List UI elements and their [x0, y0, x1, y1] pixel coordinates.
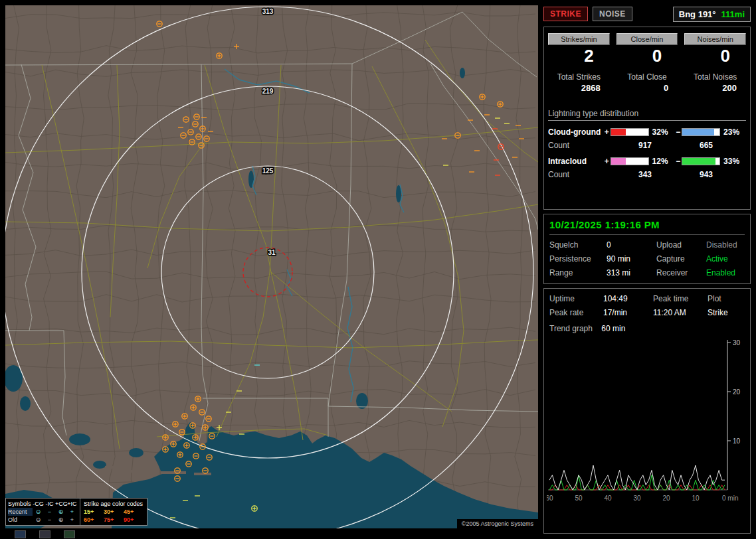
uptime-value: 104:49: [603, 294, 653, 303]
strike-legend: Symbols -CG -IC +CG +IC Recent ⊖ − ⊕ + O…: [5, 498, 147, 526]
trend-series-close: [549, 475, 725, 490]
strikes-per-min-value: 2: [548, 45, 610, 67]
persistence-value: 90 min: [607, 254, 656, 264]
cg-negative-count: 665: [700, 141, 713, 150]
upload-label: Upload: [656, 240, 706, 250]
taskbar: [15, 530, 75, 538]
peak-time-value: 11:20 AM: [653, 308, 708, 317]
peak-time-label: Peak time: [653, 294, 708, 303]
cloud-ground-row: Cloud-ground + 32% − 23%: [548, 127, 746, 137]
taskbar-window-icon[interactable]: [64, 530, 75, 538]
legend-col-header: +CG: [55, 500, 66, 508]
range-ring-label: 219: [262, 88, 274, 95]
y-axis-tick-label: 10: [733, 437, 741, 445]
mode-toolbar: STRIKE NOISE Bng 191° 111mi: [543, 5, 751, 23]
status-panel: 10/21/2025 1:19:16 PM Squelch 0 Upload D…: [543, 214, 751, 284]
trend-graph-label: Trend graph: [549, 324, 593, 333]
ic-positive-bar: [611, 157, 649, 165]
x-axis-tick-label: 50: [575, 495, 583, 502]
strike-button[interactable]: STRIKE: [543, 7, 588, 21]
radar-map[interactable]: 31321912531 Symbols -CG -IC +CG +IC Rece…: [5, 5, 538, 528]
plot-value: Strike: [708, 308, 745, 317]
x-axis-tick-label: 40: [604, 495, 612, 502]
ic-negative-count: 943: [700, 170, 713, 179]
count-label: Count: [548, 141, 613, 150]
noises-per-min-label: Noises/min: [684, 33, 746, 45]
plus-sign: +: [603, 157, 611, 166]
x-axis-tick-label: 30: [633, 495, 641, 502]
uptime-label: Uptime: [549, 294, 603, 303]
total-close-label: Total Close: [616, 72, 678, 82]
intracloud-row: Intracloud + 12% − 33%: [548, 157, 746, 166]
age-code: 30+: [104, 508, 124, 516]
age-code: 90+: [124, 516, 143, 524]
trend-graph-window: 60 min: [601, 324, 625, 333]
x-axis-tick-label: 10: [692, 495, 700, 502]
ic-positive-pct: 12%: [649, 157, 675, 166]
old-ic-plus-icon: +: [66, 516, 78, 524]
cg-positive-bar: [611, 128, 649, 136]
ic-positive-count: 343: [613, 170, 700, 179]
peak-rate-label: Peak rate: [549, 308, 603, 317]
capture-value: Active: [706, 254, 745, 264]
ic-negative-pct: 33%: [720, 157, 746, 166]
trend-graph: 1020306050403020100 min: [547, 337, 749, 508]
total-strikes-label: Total Strikes: [548, 72, 610, 82]
recent-ic-minus-icon: −: [44, 508, 55, 516]
legend-col-header: +IC: [66, 500, 78, 508]
statistics-panel: Strikes/min Close/min Noises/min 2 0 0 T…: [543, 27, 751, 210]
bearing-readout: Bng 191° 111mi: [673, 7, 751, 22]
age-code: 45+: [124, 508, 143, 516]
close-per-min-label: Close/min: [616, 33, 678, 45]
total-noises-value: 200: [684, 83, 746, 93]
recent-cg-minus-icon: ⊖: [33, 508, 44, 516]
divider: [549, 234, 745, 235]
intracloud-count-row: Count 343 943: [548, 170, 746, 179]
distribution-title: Lightning type distribution: [548, 109, 746, 121]
age-code: 75+: [104, 516, 124, 524]
age-code: 60+: [84, 516, 104, 524]
range-label: Range: [549, 268, 607, 277]
legend-age-section: Strike age color codes 15+ 30+ 45+ 60+ 7…: [80, 499, 147, 525]
x-axis-tick-label: 20: [662, 495, 670, 502]
age-code: 15+: [84, 508, 104, 516]
range-value: 313 mi: [607, 268, 656, 277]
minus-sign: −: [675, 127, 682, 137]
persistence-label: Persistence: [549, 254, 607, 264]
old-cg-plus-icon: ⊕: [55, 516, 66, 524]
sidebar: STRIKE NOISE Bng 191° 111mi Strikes/min …: [543, 5, 751, 534]
cg-negative-pct: 23%: [720, 127, 746, 137]
minus-sign: −: [675, 157, 682, 166]
taskbar-window-icon[interactable]: [39, 530, 50, 538]
intracloud-label: Intracloud: [548, 157, 603, 166]
recent-ic-plus-icon: +: [66, 508, 78, 516]
copyright-text: ©2005 Astrogenic Systems: [457, 519, 538, 528]
noise-button[interactable]: NOISE: [593, 7, 632, 21]
y-axis-tick-label: 20: [733, 388, 741, 396]
total-strikes-value: 2868: [548, 83, 610, 93]
taskbar-window-icon[interactable]: [15, 530, 26, 538]
total-close-value: 0: [616, 83, 678, 93]
old-ic-minus-icon: −: [44, 516, 55, 524]
trend-panel: Uptime 104:49 Peak time Plot Peak rate 1…: [543, 288, 751, 534]
bearing-distance: 111mi: [721, 9, 745, 19]
cg-positive-count: 917: [613, 141, 700, 150]
squelch-label: Squelch: [549, 240, 607, 250]
old-cg-minus-icon: ⊖: [33, 516, 44, 524]
close-per-min-value: 0: [616, 45, 678, 67]
plus-sign: +: [603, 127, 611, 137]
legend-old-label: Old: [8, 516, 33, 524]
cg-positive-pct: 32%: [649, 127, 675, 137]
datetime-display: 10/21/2025 1:19:16 PM: [549, 219, 745, 230]
legend-recent-label: Recent: [8, 508, 33, 516]
cloud-ground-label: Cloud-ground: [548, 127, 603, 137]
upload-value: Disabled: [706, 240, 745, 250]
y-axis-tick-label: 30: [733, 339, 741, 346]
total-noises-label: Total Noises: [684, 72, 746, 82]
receiver-value: Enabled: [706, 268, 745, 277]
squelch-value: 0: [607, 240, 656, 250]
bearing-value: Bng 191°: [679, 9, 716, 19]
legend-symbols-title: Symbols: [8, 500, 33, 508]
cloud-ground-count-row: Count 917 665: [548, 141, 746, 150]
legend-age-title: Strike age color codes: [84, 500, 143, 508]
